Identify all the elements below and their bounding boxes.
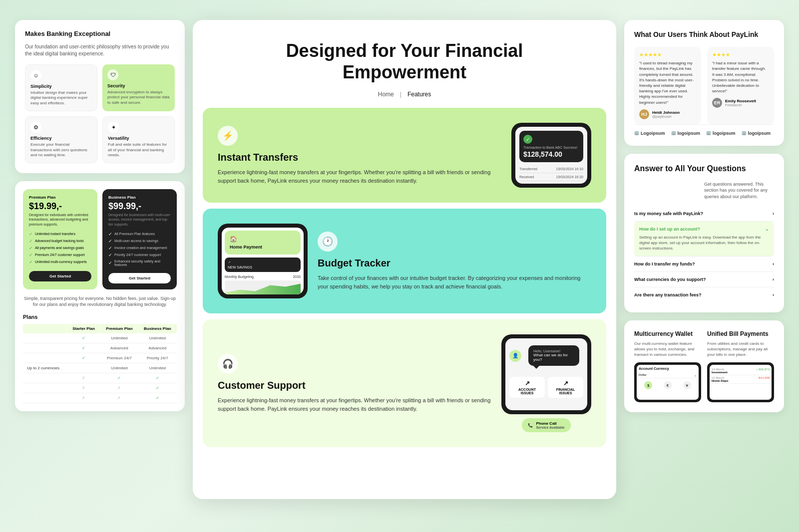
faq-question-1[interactable]: Is my money safe with PayLink? › — [634, 211, 774, 216]
chevron-down-icon: › — [773, 262, 774, 266]
new-savings-card: ↗ NEW SAVINGS — [225, 258, 301, 272]
table-header-feature — [23, 324, 67, 333]
table-cell — [23, 353, 67, 363]
table-cell: ✓ — [138, 373, 177, 383]
yen-icon: ¥ — [683, 381, 691, 389]
home-payment-label: Home Payment — [230, 245, 296, 250]
multicurrency-desc: Our multi-currency wallet feature allows… — [634, 341, 701, 358]
unified-bills-title: Unified Bill Payments — [707, 330, 774, 337]
multicurrency-title: Multicurrency Wallet — [634, 330, 701, 337]
review-1-reviewer: HJ Heidi Johnson @paylinuser — [639, 109, 696, 119]
breadcrumb-separator: | — [400, 91, 401, 98]
reviews-card: What Our Users Think About PayLink ★★★★★… — [624, 20, 784, 146]
chevron-down-icon: › — [773, 292, 774, 297]
versatility-icon: ✦ — [108, 122, 119, 133]
financial-issues-label: FINANCIAL ISSUES — [552, 388, 579, 395]
phone-call-label: Phone Call — [536, 421, 564, 426]
multicurrency-screen: Account Currency Dollar ⌄ $ € ¥ — [637, 365, 699, 400]
security-desc: Advanced encryption to always protect yo… — [107, 90, 170, 105]
table-cell: Unlimited — [100, 333, 138, 343]
business-feature-2: ✓Multi-user access to savings — [108, 238, 171, 245]
instant-transfers-desc: Experience lightning-fast money transfer… — [218, 168, 501, 185]
premium-plan-desc: Designed for individuals with unlimited … — [29, 213, 91, 226]
table-cell — [23, 333, 67, 343]
house-icon: 🏠 — [230, 236, 296, 243]
premium-get-started-button[interactable]: Get Started — [29, 271, 91, 281]
table-cell: Priority 24/7 — [138, 353, 177, 363]
table-cell: ✗ — [100, 393, 138, 403]
features-card: Makes Banking Exceptional Our foundation… — [15, 20, 185, 173]
premium-features-list: ✓Unlimited instant transfers ✓Advanced b… — [29, 231, 91, 266]
reviewer-1-role: @paylinuser — [652, 115, 680, 118]
faq-question-3[interactable]: How do I transfer my funds? › — [634, 262, 774, 266]
customer-support-desc: Experience lightning-fast money transfer… — [218, 396, 491, 413]
instant-transfers-text: ⚡ Instant Transfers Experience lightning… — [218, 126, 501, 185]
breadcrumb-current: Features — [407, 91, 431, 98]
business-feature-4: ✓Priority 24/7 customer support — [108, 252, 171, 259]
review-1-stars: ★★★★★ — [639, 52, 696, 57]
feature-grid: ☺ Simplicity Intuitive design that makes… — [25, 64, 175, 163]
features-card-desc: Our foundation and user-centric philosop… — [25, 43, 175, 57]
support-phone: 👤 Hello, Username! What can we do for yo… — [501, 334, 591, 414]
features-card-title: Makes Banking Exceptional — [25, 30, 175, 37]
simplicity-icon: ☺ — [30, 70, 41, 81]
instant-transfers-phone: ✓ Transaction to Bank ABC Success! $128,… — [511, 123, 591, 188]
phone-call-badge[interactable]: 📞 Phone Call Service Available — [522, 418, 570, 432]
business-plan: Business Plan $99.99,- Designed for busi… — [102, 189, 177, 289]
bottom-features-grid: Multicurrency Wallet Our multi-currency … — [634, 330, 774, 402]
customer-support-text: 🎧 Customer Support Experience lightning-… — [218, 354, 491, 413]
monthly-budget: Monthly Budgeting 2033 — [222, 272, 304, 294]
customer-support-title: Customer Support — [218, 380, 491, 391]
table-cell: ✓ — [138, 393, 177, 403]
budget-year: 2033 — [293, 275, 301, 278]
account-issues-label: ACCOUNT ISSUES — [513, 388, 541, 395]
chat-bubble: Hello, Username! What can we do for you? — [528, 345, 579, 366]
center-panel: Designed for Your Financial Empowerment … — [193, 20, 616, 499]
instant-transfers-card: ⚡ Instant Transfers Experience lightning… — [203, 108, 606, 203]
chat-question: What can we do for you? — [533, 353, 574, 362]
table-cell — [67, 363, 100, 373]
budget-tracker-icon: 🕐 — [318, 232, 338, 252]
business-feature-5: ✓Enhanced security safety and features — [108, 259, 171, 267]
pricing-table-title: Plans — [23, 314, 177, 320]
breadcrumb-home[interactable]: Home — [378, 91, 394, 98]
financial-issues-option[interactable]: ↗ FINANCIAL ISSUES — [548, 377, 583, 398]
budget-chart — [225, 280, 301, 294]
review-1-text: "I used to dread managing my finances, b… — [639, 60, 696, 105]
support-screen: 👤 Hello, Username! What can we do for yo… — [505, 338, 587, 410]
feature-efficiency: ⚙ Efficiency Execute your financial tran… — [25, 116, 97, 163]
table-cell: Up to 2 currencies — [23, 363, 67, 373]
table-cell: Unlimited — [138, 363, 177, 373]
faq-item-2: How do I set up an account? ⌄ Setting up… — [634, 222, 774, 257]
review-2-reviewer: ER Emily Roosevelt Freelancer — [712, 98, 769, 108]
multicurrency-wallet: Multicurrency Wallet Our multi-currency … — [634, 330, 701, 402]
account-currency-label: Account Currency — [639, 367, 697, 370]
business-plan-price: $99.99,- — [108, 202, 171, 211]
customer-support-icon: 🎧 — [218, 354, 238, 374]
pricing-plans: Premium Plan $19.99,- Designed for indiv… — [23, 189, 177, 289]
business-get-started-button[interactable]: Get Started — [108, 273, 171, 283]
versatility-desc: Full and wide suite of features for all … — [108, 142, 169, 158]
bank-name: Transaction to Bank ABC Success! — [523, 146, 579, 149]
table-row: ✓ Premium 24/7 Priority 24/7 — [23, 353, 177, 363]
table-cell: ✓ — [67, 333, 100, 343]
account-issues-option[interactable]: ↗ ACCOUNT ISSUES — [509, 377, 545, 398]
table-row: ✓ Unlimited Unlimited — [23, 333, 177, 343]
faq-question-4[interactable]: What currencies do you support? › — [634, 277, 774, 282]
home-payment-card: 🏠 Home Payment — [225, 231, 301, 255]
currency-dollar-label: Dollar — [639, 373, 647, 377]
reviewer-2-info: Emily Roosevelt Freelancer — [725, 99, 756, 107]
faq-item-4: What currencies do you support? › — [634, 272, 774, 287]
currency-row-dollar: Dollar ⌄ — [639, 372, 697, 378]
budget-tracker-card: 🏠 Home Payment ↗ NEW SAVINGS Monthly Bud… — [203, 209, 606, 313]
breadcrumb: Home | Features — [223, 91, 586, 98]
budget-tracker-title: Budget Tracker — [318, 258, 591, 269]
unified-bills-screen: 14 March Investment + $00,873 12 March H… — [710, 365, 772, 400]
budget-screen: 🏠 Home Payment ↗ NEW SAVINGS Monthly Bud… — [222, 228, 304, 294]
faq-question-2[interactable]: How do I set up an account? ⌄ — [639, 227, 769, 232]
faq-answer-2: Setting up an account in PayLink is easy… — [639, 235, 769, 252]
table-cell: ✓ — [100, 373, 138, 383]
success-check: ✓ — [523, 135, 532, 144]
faq-question-5[interactable]: Are there any transaction fees? › — [634, 292, 774, 297]
table-cell: ✓ — [67, 343, 100, 353]
